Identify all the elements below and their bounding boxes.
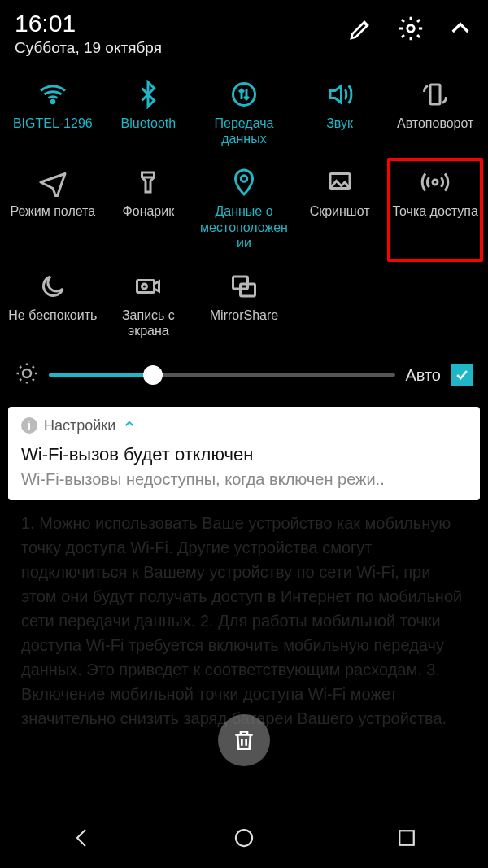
tile-mirrorshare[interactable]: MirrorShare	[196, 262, 292, 350]
screen-record-icon	[133, 270, 163, 303]
svg-point-6	[433, 180, 438, 185]
collapse-chevron-icon[interactable]	[447, 15, 473, 45]
autorotate-icon	[420, 78, 450, 111]
tile-wifi[interactable]: BIGTEL-1296	[5, 70, 101, 158]
date: Суббота, 19 октября	[15, 39, 162, 57]
svg-point-1	[51, 100, 54, 103]
notification-app-name: Настройки	[44, 417, 115, 434]
hotspot-icon	[420, 166, 450, 198]
svg-rect-13	[399, 831, 414, 845]
nav-back-button[interactable]	[69, 826, 94, 853]
screenshot-icon	[325, 166, 355, 198]
tile-airplane[interactable]: Режим полета	[5, 158, 101, 262]
tile-sound[interactable]: Звук	[292, 70, 388, 158]
clear-all-button[interactable]	[218, 714, 270, 766]
tile-flashlight[interactable]: Фонарик	[101, 158, 197, 262]
brightness-row: Авто	[0, 350, 488, 402]
location-icon	[229, 166, 259, 198]
nav-home-button[interactable]	[232, 826, 256, 853]
mirrorshare-icon	[229, 270, 259, 303]
moon-icon	[38, 270, 68, 303]
tile-location[interactable]: Данные о местоположении	[196, 158, 292, 262]
svg-rect-3	[430, 85, 440, 104]
info-icon: i	[21, 417, 37, 434]
tile-bluetooth[interactable]: Bluetooth	[101, 70, 197, 158]
notification-body: Wi-Fi-вызовы недоступны, когда включен р…	[21, 470, 467, 489]
tile-hotspot[interactable]: Точка доступа	[387, 158, 483, 262]
svg-point-4	[241, 176, 247, 182]
bluetooth-icon	[133, 78, 163, 111]
quick-settings-tiles: BIGTEL-1296 Bluetooth Передача данных Зв…	[0, 60, 488, 350]
status-bar: 16:01 Суббота, 19 октября	[0, 0, 488, 60]
svg-point-0	[407, 25, 415, 33]
flashlight-icon	[133, 166, 163, 198]
tile-dnd[interactable]: Не беспокоить	[5, 262, 101, 350]
tile-screenrecord[interactable]: Запись с экрана	[101, 262, 197, 350]
tile-screenshot[interactable]: Скриншот	[292, 158, 388, 262]
edit-icon[interactable]	[348, 15, 374, 45]
notification-card[interactable]: i Настройки Wi-Fi-вызов будет отключен W…	[8, 407, 480, 500]
brightness-slider[interactable]	[49, 373, 395, 377]
nav-recents-button[interactable]	[394, 826, 419, 853]
auto-brightness-checkbox[interactable]	[451, 364, 473, 386]
sound-icon	[325, 78, 355, 111]
svg-point-12	[236, 830, 252, 846]
tile-autorotate[interactable]: Автоповорот	[387, 70, 483, 158]
svg-point-2	[233, 84, 255, 106]
auto-brightness-label: Авто	[405, 366, 441, 385]
wifi-icon	[38, 78, 68, 111]
chevron-up-icon[interactable]	[122, 417, 137, 434]
navigation-bar	[0, 811, 488, 868]
airplane-icon	[38, 166, 68, 198]
slider-thumb[interactable]	[143, 365, 163, 385]
svg-point-11	[23, 369, 31, 377]
notification-title: Wi-Fi-вызов будет отключен	[21, 444, 467, 465]
clock: 16:01	[15, 10, 162, 37]
data-transfer-icon	[229, 78, 259, 111]
gear-icon[interactable]	[397, 15, 425, 46]
brightness-icon	[15, 361, 39, 389]
svg-point-8	[142, 284, 147, 289]
tile-mobile-data[interactable]: Передача данных	[196, 70, 292, 158]
